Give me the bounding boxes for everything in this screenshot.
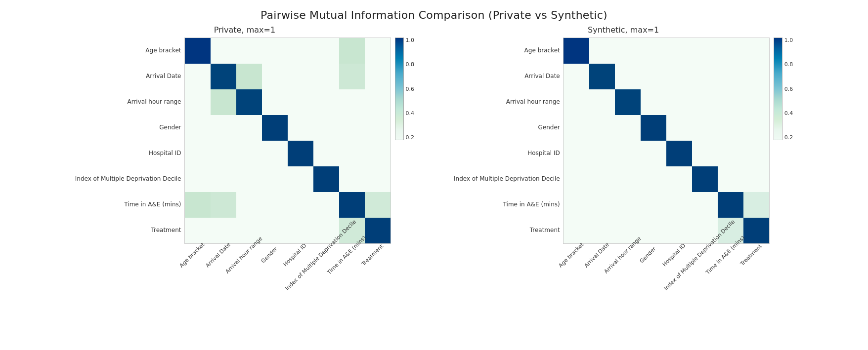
y-axis-label: Hospital ID [149, 140, 181, 166]
heatmap-cell [313, 38, 339, 64]
y-axis-label: Arrival Date [146, 63, 181, 89]
heatmap-cell [365, 64, 391, 89]
heatmap-cell [692, 89, 718, 115]
chart-subtitle-private: Private, max=1 [214, 25, 275, 35]
heatmap-cell [692, 141, 718, 166]
heatmap-cell [313, 64, 339, 89]
heatmap-cell [692, 64, 718, 89]
heatmap-cell [288, 192, 313, 218]
charts-row: Private, max=1Age bracketArrival DateArr… [0, 25, 868, 303]
heatmap-cell [365, 115, 391, 141]
y-axis-label: Arrival hour range [128, 89, 181, 115]
heatmap-cell [339, 38, 365, 64]
heatmap-cell [564, 192, 589, 218]
heatmap-cell [718, 89, 743, 115]
heatmap-cell [365, 38, 391, 64]
heatmap-cell [666, 141, 692, 166]
heatmap-cell [313, 192, 339, 218]
heatmap-cell [615, 166, 641, 192]
heatmap-cell [615, 38, 641, 64]
heatmap-cell [185, 115, 211, 141]
y-axis-label: Gender [159, 115, 181, 140]
heatmap-cell [615, 89, 641, 115]
heatmap-cell [666, 192, 692, 218]
heatmap-cell [589, 141, 615, 166]
heatmap-cell [365, 218, 391, 243]
heatmap-cell [365, 192, 391, 218]
heatmap-cell [339, 166, 365, 192]
heatmap-cell [236, 89, 262, 115]
heatmap-cell [365, 166, 391, 192]
heatmap-cell [641, 89, 666, 115]
heatmap-cell [288, 166, 313, 192]
heatmap-cell [641, 166, 666, 192]
colorbar-label: 0.8 [784, 62, 793, 67]
chart-private: Private, max=1Age bracketArrival DateArr… [75, 25, 414, 303]
heatmap-cell [743, 38, 769, 64]
heatmap-cell [641, 38, 666, 64]
heatmap-cell [641, 115, 666, 141]
heatmap-cell [743, 89, 769, 115]
colorbar-label: 0.8 [406, 62, 415, 67]
y-axis-label: Time in A&E (mins) [124, 192, 181, 217]
heatmap-cell [589, 166, 615, 192]
heatmap-cell [666, 218, 692, 243]
heatmap-cell [615, 115, 641, 141]
colorbar-label: 0.4 [406, 111, 415, 116]
heatmap-cell [743, 141, 769, 166]
heatmap-cell [718, 38, 743, 64]
heatmap-cell [211, 115, 236, 141]
y-axis-label: Index of Multiple Deprivation Decile [454, 166, 560, 192]
heatmap-cell [743, 115, 769, 141]
x-axis-label: Age bracket [557, 241, 585, 269]
colorbar-label: 1.0 [406, 38, 415, 43]
x-axis-label: Gender [260, 246, 279, 265]
heatmap-cell [288, 38, 313, 64]
heatmap-cell [313, 115, 339, 141]
heatmap-cell [564, 89, 589, 115]
colorbar-synthetic: 1.00.80.60.40.2 [774, 38, 793, 140]
heatmap-cell [564, 64, 589, 89]
heatmap-cell [185, 141, 211, 166]
heatmap-cell [236, 115, 262, 141]
y-axis-label: Age bracket [524, 38, 560, 63]
heatmap-cell [743, 166, 769, 192]
y-axis-label: Arrival Date [524, 63, 560, 89]
heatmap-cell [211, 141, 236, 166]
heatmap-cell [692, 38, 718, 64]
heatmap-cell [185, 38, 211, 64]
x-axis-label: Treatment [360, 243, 385, 267]
heatmap-cell [718, 192, 743, 218]
heatmap-cell [185, 89, 211, 115]
heatmap-cell [262, 64, 288, 89]
heatmap-cell [339, 64, 365, 89]
heatmap-cell [262, 89, 288, 115]
heatmap-cell [641, 141, 666, 166]
heatmap-cell [211, 38, 236, 64]
heatmap-cell [236, 141, 262, 166]
heatmap-cell [718, 166, 743, 192]
heatmap-cell [564, 115, 589, 141]
colorbar-label: 0.4 [784, 111, 793, 116]
heatmap-cell [288, 218, 313, 243]
y-axis-label: Arrival hour range [506, 89, 560, 115]
heatmap-cell [262, 166, 288, 192]
heatmap-cell [262, 192, 288, 218]
heatmap-cell [692, 166, 718, 192]
heatmap-cell [666, 166, 692, 192]
heatmap-cell [564, 166, 589, 192]
heatmap-cell [185, 64, 211, 89]
heatmap-cell [236, 38, 262, 64]
heatmap-cell [743, 64, 769, 89]
colorbar-label: 0.2 [406, 135, 415, 140]
heatmap-cell [641, 64, 666, 89]
heatmap-cell [236, 166, 262, 192]
heatmap-cell [288, 64, 313, 89]
heatmap-cell [365, 141, 391, 166]
heatmap-cell [564, 141, 589, 166]
heatmap-grid-private [184, 38, 391, 244]
heatmap-cell [718, 64, 743, 89]
heatmap-cell [211, 89, 236, 115]
heatmap-cell [666, 89, 692, 115]
heatmap-cell [288, 115, 313, 141]
